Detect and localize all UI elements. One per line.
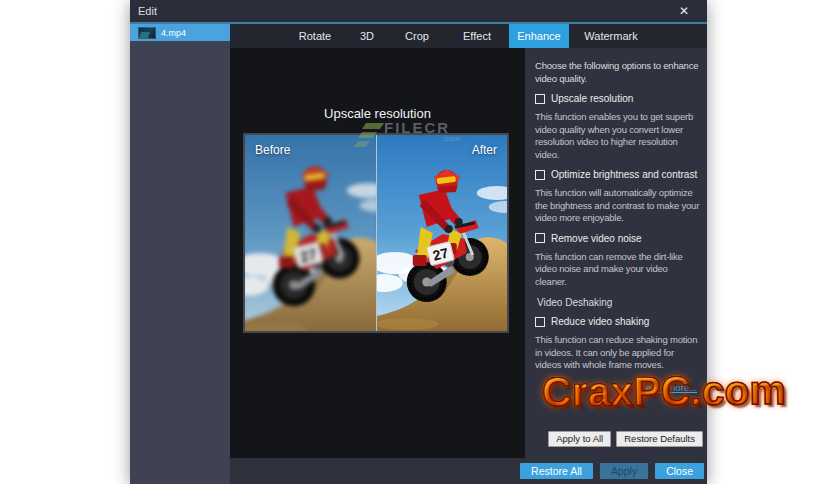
tab-rotate[interactable]: Rotate <box>285 24 345 48</box>
craxpc-watermark: CraxPC.com <box>542 365 786 418</box>
preview-pane: Upscale resolution Before After <box>230 48 525 458</box>
title-bar: Edit ✕ <box>130 0 707 22</box>
tab-watermark[interactable]: Watermark <box>569 24 653 48</box>
file-name: 4.mp4 <box>161 28 186 38</box>
checkbox-upscale-resolution[interactable] <box>535 94 545 104</box>
option-row-noise[interactable]: Remove video noise <box>535 233 701 244</box>
checkbox-remove-noise[interactable] <box>535 233 545 243</box>
before-after-image: Before After <box>243 133 509 333</box>
close-icon[interactable]: ✕ <box>675 3 693 19</box>
tab-crop[interactable]: Crop <box>389 24 445 48</box>
restore-defaults-button[interactable]: Restore Defaults <box>616 431 703 447</box>
motocross-scene-after <box>377 135 508 331</box>
option-row-upscale[interactable]: Upscale resolution <box>535 93 701 104</box>
apply-button[interactable]: Apply <box>600 463 648 479</box>
screenshot-canvas: 27 Edit ✕ 4.mp4 Rotate 3D Crop Effect En… <box>0 0 836 484</box>
checkbox-optimize-brightness[interactable] <box>535 170 545 180</box>
footer-bar: Restore All Apply Close <box>230 458 707 484</box>
filecr-logo-icon <box>356 123 382 149</box>
option-description: This function enables you to get superb … <box>535 111 701 161</box>
option-label: Optimize brightness and contrast <box>551 169 697 180</box>
file-list-sidebar: 4.mp4 <box>130 24 230 484</box>
before-image: Before <box>245 135 376 331</box>
option-label: Upscale resolution <box>551 93 633 104</box>
edit-tab-bar: Rotate 3D Crop Effect Enhance Watermark <box>230 24 707 48</box>
motocross-scene-before <box>245 135 376 331</box>
close-button[interactable]: Close <box>655 463 704 479</box>
option-label: Remove video noise <box>551 233 642 244</box>
option-row-brightness[interactable]: Optimize brightness and contrast <box>535 169 701 180</box>
after-image: After <box>376 135 508 331</box>
restore-all-button[interactable]: Restore All <box>520 463 593 479</box>
option-row-deshake[interactable]: Reduce video shaking <box>535 316 701 327</box>
option-label: Reduce video shaking <box>551 316 649 327</box>
panel-intro-text: Choose the following options to enhance … <box>535 60 701 85</box>
tab-effect[interactable]: Effect <box>445 24 509 48</box>
sidebar-item-file[interactable]: 4.mp4 <box>130 24 230 41</box>
checkbox-reduce-shaking[interactable] <box>535 317 545 327</box>
apply-to-all-button[interactable]: Apply to All <box>548 431 611 447</box>
dialog-title: Edit <box>138 5 157 17</box>
after-label: After <box>472 143 497 157</box>
tab-3d[interactable]: 3D <box>345 24 389 48</box>
filecr-watermark: FILECR .com <box>356 119 460 143</box>
tab-enhance[interactable]: Enhance <box>509 24 569 48</box>
option-description: This function will automatically optimiz… <box>535 187 701 225</box>
panel-buttons-row: Apply to All Restore Defaults <box>548 431 703 447</box>
before-label: Before <box>255 143 290 157</box>
deshaking-section-label: Video Deshaking <box>535 297 701 308</box>
video-thumbnail <box>138 27 156 39</box>
preview-title: Upscale resolution <box>230 48 525 121</box>
option-description: This function can remove the dirt-like v… <box>535 251 701 289</box>
